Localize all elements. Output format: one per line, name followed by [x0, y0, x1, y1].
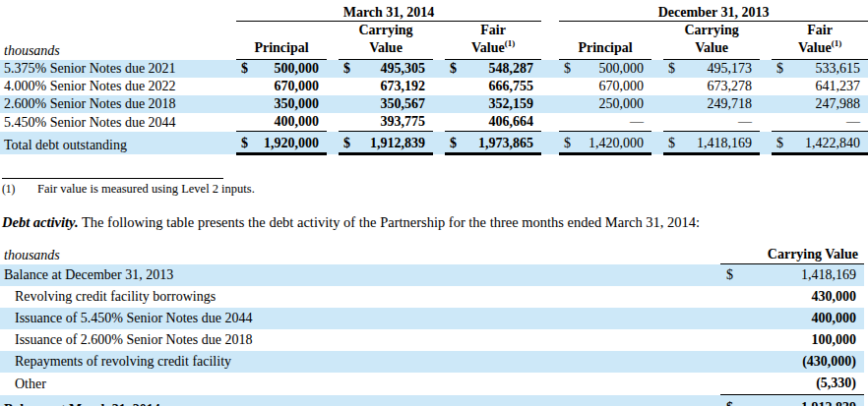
- cell-value: 1,422,840: [793, 132, 868, 154]
- dollar-sign: $: [663, 132, 685, 154]
- period-december-2013-header: December 31, 2013: [559, 2, 868, 22]
- paragraph-text: The following table presents the debt ac…: [79, 214, 701, 230]
- dollar-sign: [339, 113, 360, 132]
- spacer-cell: [651, 60, 663, 79]
- dollar-sign: [559, 78, 581, 95]
- footnote: (1)Fair value is measured using Level 2 …: [2, 182, 868, 197]
- column-header-carrying-value: Carrying Value: [663, 22, 760, 60]
- table-row: 5.375% Senior Notes due 2021 $ 500,000 $…: [0, 60, 868, 79]
- spacer-cell: [541, 78, 559, 95]
- row-label: Repayments of revolving credit facility: [0, 351, 720, 373]
- dollar-sign: [720, 373, 748, 395]
- row-label: Balance at March 31, 2014: [0, 395, 720, 406]
- table-row: Repayments of revolving credit facility …: [0, 351, 864, 373]
- cell-value: 670,000: [581, 78, 651, 95]
- dollar-sign: [720, 286, 748, 308]
- spacer-cell: [327, 78, 339, 95]
- cell-value: 1,420,000: [581, 132, 651, 154]
- spacer-cell: [760, 22, 772, 60]
- dollar-sign: [445, 95, 466, 113]
- debt-activity-table: thousands Carrying Value Balance at Dece…: [0, 244, 864, 406]
- period-header-row: March 31, 2014 December 31, 2013: [0, 2, 868, 22]
- cell-value: 495,305: [360, 60, 433, 79]
- dollar-sign: [445, 113, 466, 132]
- dollar-sign: [663, 78, 685, 95]
- spacer-cell: [651, 132, 663, 154]
- spacer-cell: [541, 60, 559, 79]
- spacer-cell: [651, 113, 663, 132]
- spacer-cell: [433, 60, 445, 79]
- column-header-row: thousands Carrying Value: [0, 244, 864, 264]
- spacer-cell: [433, 132, 445, 154]
- spacer-cell: [0, 2, 236, 22]
- row-label: Other: [0, 373, 720, 395]
- dollar-sign: [559, 95, 581, 113]
- total-row: Balance at March 31, 2014 $ 1,912,839: [0, 395, 864, 406]
- row-label: 2.600% Senior Notes due 2018: [0, 95, 236, 113]
- cell-value: 100,000: [748, 329, 864, 351]
- dollar-sign: [339, 78, 360, 95]
- units-label: thousands: [0, 22, 236, 60]
- table-row: Issuance of 2.600% Senior Notes due 2018…: [0, 329, 864, 351]
- dollar-sign: [445, 78, 466, 95]
- dollar-sign: [772, 78, 793, 95]
- cell-value: 1,418,169: [748, 264, 864, 287]
- table-row: Issuance of 5.450% Senior Notes due 2044…: [0, 308, 864, 329]
- row-label: 5.450% Senior Notes due 2044: [0, 113, 236, 132]
- dollar-sign: [772, 95, 793, 113]
- dollar-sign: [663, 113, 685, 132]
- debt-activity-paragraph: Debt activity. The following table prese…: [2, 214, 868, 231]
- cell-value: 641,237: [793, 78, 868, 95]
- dollar-sign: [236, 113, 258, 132]
- footnote-reference: (1): [832, 38, 842, 48]
- cell-value: 247,988: [793, 95, 868, 113]
- dollar-sign: $: [445, 60, 466, 79]
- table-row: 2.600% Senior Notes due 2018 350,000 350…: [0, 95, 868, 113]
- table-row: Revolving credit facility borrowings 430…: [0, 286, 864, 308]
- dollar-sign: $: [236, 60, 258, 79]
- cell-value: 670,000: [258, 78, 327, 95]
- cell-value: 495,173: [685, 60, 760, 79]
- column-header-fair-value: Fair Value(1): [445, 22, 541, 60]
- cell-value: 500,000: [258, 60, 327, 79]
- spacer-cell: [760, 113, 772, 132]
- dollar-sign: [236, 78, 258, 95]
- column-header-principal: Principal: [559, 22, 651, 60]
- cell-value: 393,775: [360, 113, 433, 132]
- cell-value: 352,159: [466, 95, 541, 113]
- dollar-sign: $: [559, 60, 581, 79]
- period-march-2014-header: March 31, 2014: [236, 2, 541, 22]
- cell-value: (430,000): [748, 351, 864, 373]
- dollar-sign: [236, 95, 258, 113]
- dollar-sign: [663, 95, 685, 113]
- spacer-cell: [327, 22, 339, 60]
- dollar-sign: $: [772, 60, 793, 79]
- row-label: Issuance of 5.450% Senior Notes due 2044: [0, 308, 720, 329]
- dollar-sign: $: [663, 60, 685, 79]
- cell-value: 1,920,000: [258, 132, 327, 154]
- paragraph-lead: Debt activity.: [2, 214, 79, 230]
- cell-value: 673,192: [360, 78, 433, 95]
- table-row: Other (5,330): [0, 373, 864, 395]
- spacer-cell: [327, 95, 339, 113]
- cell-value: 350,000: [258, 95, 327, 113]
- cell-value: 350,567: [360, 95, 433, 113]
- cell-value: 400,000: [258, 113, 327, 132]
- em-dash-value: —: [581, 113, 651, 132]
- spacer-cell: [327, 113, 339, 132]
- footnote-marker: (1): [2, 183, 37, 195]
- spacer-cell: [433, 95, 445, 113]
- row-label: Revolving credit facility borrowings: [0, 286, 720, 308]
- cell-value: 1,912,839: [360, 132, 433, 154]
- financial-note-page: March 31, 2014 December 31, 2013 thousan…: [0, 0, 868, 406]
- row-label: 4.000% Senior Notes due 2022: [0, 78, 236, 95]
- row-label: Issuance of 2.600% Senior Notes due 2018: [0, 329, 720, 351]
- dollar-sign: [720, 329, 748, 351]
- table-row: 4.000% Senior Notes due 2022 670,000 673…: [0, 78, 868, 95]
- em-dash-value: —: [793, 113, 868, 132]
- debt-comparison-table: March 31, 2014 December 31, 2013 thousan…: [0, 2, 868, 155]
- spacer-cell: [541, 113, 559, 132]
- cell-value: 400,000: [748, 308, 864, 329]
- spacer-cell: [651, 78, 663, 95]
- column-header-principal: Principal: [236, 22, 327, 60]
